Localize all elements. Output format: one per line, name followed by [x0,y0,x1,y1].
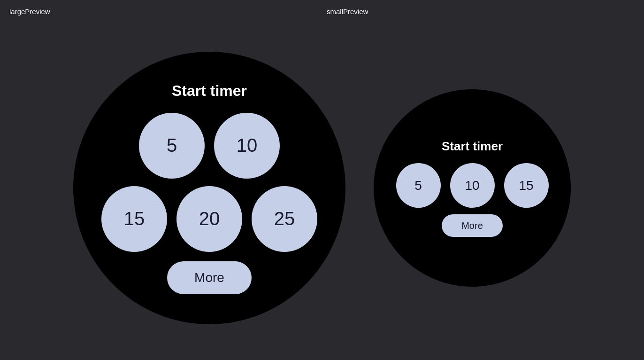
large-timer-row-1: 5 10 [139,113,280,179]
large-timer-btn-10[interactable]: 10 [214,113,280,179]
small-more-button[interactable]: More [442,214,503,237]
large-watch-preview: Start timer 5 10 15 20 25 More [73,52,345,324]
large-timer-row-2: 15 20 25 [101,186,317,252]
large-timer-btn-20[interactable]: 20 [176,186,242,252]
large-timer-btn-5[interactable]: 5 [139,113,205,179]
small-timer-btn-15[interactable]: 15 [504,163,549,208]
large-timer-grid: 5 10 15 20 25 More [101,113,317,294]
large-timer-btn-15[interactable]: 15 [101,186,167,252]
large-watch-title: Start timer [172,82,247,100]
large-more-row: More [167,259,252,294]
small-more-row: More [442,214,503,237]
large-more-button[interactable]: More [167,261,252,294]
small-watch-preview: Start timer 5 10 15 More [374,89,571,287]
small-timer-grid: 5 10 15 More [396,163,549,237]
small-watch-title: Start timer [442,139,503,154]
small-timer-btn-5[interactable]: 5 [396,163,441,208]
large-preview-label: largePreview [9,8,50,16]
small-preview-label: smallPreview [327,8,368,16]
large-timer-btn-25[interactable]: 25 [252,186,317,252]
small-timer-btn-10[interactable]: 10 [450,163,495,208]
small-timer-row-1: 5 10 15 [396,163,549,208]
